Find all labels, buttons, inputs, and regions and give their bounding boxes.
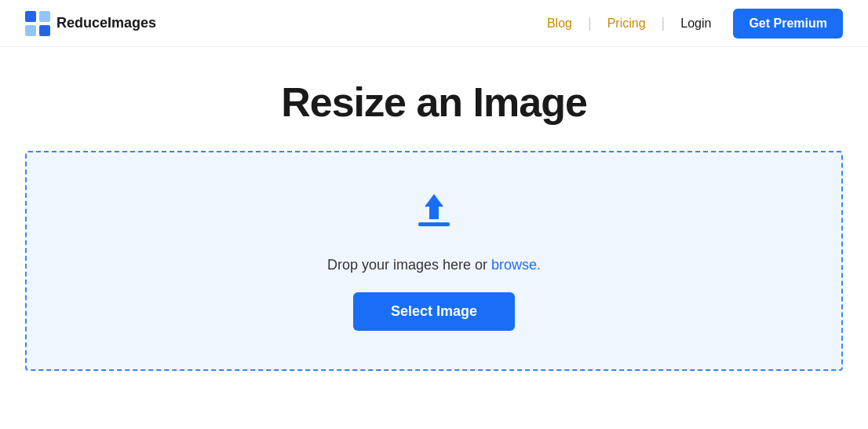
header: ReduceImages Blog | Pricing | Login Get … xyxy=(0,0,868,47)
nav-blog-link[interactable]: Blog xyxy=(538,12,582,35)
logo-icon xyxy=(25,11,50,36)
main-content: Resize an Image Drop your images here or… xyxy=(0,47,868,371)
nav-pricing-link[interactable]: Pricing xyxy=(598,12,655,35)
svg-rect-2 xyxy=(25,25,36,36)
nav-login-link[interactable]: Login xyxy=(671,12,720,35)
drop-text-before: Drop your images here or xyxy=(327,257,491,273)
nav-separator-1: | xyxy=(588,15,592,31)
svg-rect-1 xyxy=(39,11,50,22)
drop-text: Drop your images here or browse. xyxy=(327,257,541,273)
nav: Blog | Pricing | Login Get Premium xyxy=(538,9,843,38)
upload-icon-wrapper xyxy=(410,191,458,241)
browse-link[interactable]: browse. xyxy=(491,257,541,273)
logo[interactable]: ReduceImages xyxy=(25,11,156,36)
svg-rect-3 xyxy=(39,25,50,36)
select-image-button[interactable]: Select Image xyxy=(353,292,515,331)
get-premium-button[interactable]: Get Premium xyxy=(733,9,843,38)
svg-marker-4 xyxy=(425,194,443,219)
svg-rect-0 xyxy=(25,11,36,22)
upload-icon xyxy=(410,191,458,238)
nav-separator-2: | xyxy=(662,15,666,31)
logo-text: ReduceImages xyxy=(57,15,156,31)
upload-dropzone[interactable]: Drop your images here or browse. Select … xyxy=(25,151,843,371)
page-title: Resize an Image xyxy=(281,79,587,126)
svg-rect-5 xyxy=(418,222,450,226)
